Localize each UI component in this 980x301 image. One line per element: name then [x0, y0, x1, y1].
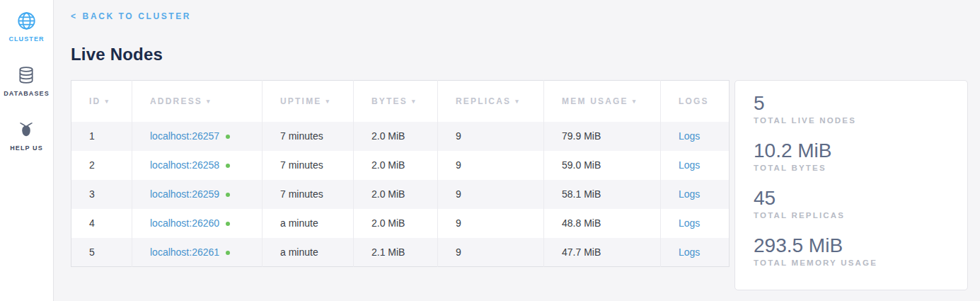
- node-live-status-dot: [226, 164, 230, 168]
- node-logs-link[interactable]: Logs: [679, 246, 700, 258]
- table-body: 1localhost:262577 minutes2.0 MiB979.9 Mi…: [71, 122, 730, 267]
- summary-stat-label: TOTAL BYTES: [754, 164, 949, 172]
- node-address-cell: localhost:26261: [132, 238, 263, 267]
- node-id-cell: 5: [71, 238, 132, 267]
- cockroach-icon: [17, 120, 36, 140]
- node-logs-link[interactable]: Logs: [679, 188, 700, 200]
- node-logs-link[interactable]: Logs: [679, 130, 700, 142]
- node-uptime-cell: a minute: [263, 209, 354, 238]
- node-address-link[interactable]: localhost:26257: [150, 130, 219, 142]
- node-bytes-cell: 2.1 MiB: [354, 238, 438, 267]
- node-bytes-cell: 2.0 MiB: [354, 180, 438, 209]
- summary-stat-label: TOTAL REPLICAS: [754, 211, 949, 220]
- back-to-cluster-link[interactable]: <BACK TO CLUSTER: [71, 11, 191, 21]
- summary-stat: 10.2 MiBTOTAL BYTES: [754, 139, 949, 172]
- summary-stat-value: 293.5 MiB: [754, 234, 949, 257]
- column-header-label: UPTIME: [280, 96, 322, 106]
- node-replicas-cell: 9: [438, 151, 544, 180]
- sidebar-item-help-us[interactable]: HELP US: [10, 120, 43, 152]
- node-uptime-cell: 7 minutes: [263, 180, 354, 209]
- node-mem-usage-cell: 48.8 MiB: [544, 209, 661, 238]
- column-header-replicas[interactable]: REPLICAS▾: [438, 81, 544, 122]
- column-header-label: ADDRESS: [150, 96, 202, 106]
- summary-stat-value: 45: [754, 186, 949, 210]
- node-bytes-cell: 2.0 MiB: [354, 122, 438, 151]
- node-mem-usage-cell: 79.9 MiB: [544, 122, 661, 151]
- node-logs-cell: Logs: [661, 151, 730, 180]
- node-live-status-dot: [226, 193, 230, 197]
- node-logs-link[interactable]: Logs: [679, 217, 700, 229]
- column-header-label: BYTES: [371, 96, 408, 106]
- sort-arrow-icon: ▾: [633, 98, 638, 105]
- node-row: 3localhost:262597 minutes2.0 MiB958.1 Mi…: [71, 180, 730, 209]
- node-id-cell: 1: [71, 122, 132, 151]
- node-uptime-cell: 7 minutes: [263, 151, 354, 180]
- node-address-cell: localhost:26259: [132, 180, 263, 209]
- column-header-address[interactable]: ADDRESS▾: [132, 81, 263, 122]
- node-logs-cell: Logs: [661, 122, 730, 151]
- sort-arrow-icon: ▾: [207, 98, 212, 105]
- summary-stat: 293.5 MiBTOTAL MEMORY USAGE: [754, 234, 949, 267]
- node-uptime-cell: 7 minutes: [263, 122, 354, 151]
- node-address-link[interactable]: localhost:26258: [150, 159, 219, 171]
- node-bytes-cell: 2.0 MiB: [354, 209, 438, 238]
- sidebar-item-cluster[interactable]: CLUSTER: [8, 11, 44, 42]
- node-address-link[interactable]: localhost:26261: [150, 246, 219, 258]
- node-id-cell: 4: [71, 209, 132, 238]
- content-row: ID▾ADDRESS▾UPTIME▾BYTES▾REPLICAS▾MEM USA…: [71, 80, 980, 290]
- table-header-row: ID▾ADDRESS▾UPTIME▾BYTES▾REPLICAS▾MEM USA…: [71, 81, 730, 122]
- summary-stat: 5TOTAL LIVE NODES: [754, 91, 949, 125]
- node-live-status-dot: [226, 135, 230, 139]
- sidebar: CLUSTER DATABASES HELP US: [0, 0, 54, 301]
- node-logs-cell: Logs: [661, 238, 730, 267]
- main-content: <BACK TO CLUSTER Live Nodes ID▾ADDRESS▾U…: [54, 0, 980, 301]
- summary-stat: 45TOTAL REPLICAS: [754, 186, 949, 220]
- column-header-uptime[interactable]: UPTIME▾: [263, 81, 354, 122]
- node-logs-link[interactable]: Logs: [679, 159, 700, 171]
- column-header-label: ID: [89, 96, 100, 106]
- sidebar-item-databases[interactable]: DATABASES: [4, 66, 50, 97]
- sort-arrow-icon: ▾: [515, 98, 520, 105]
- sort-arrow-icon: ▾: [105, 98, 110, 105]
- node-replicas-cell: 9: [438, 209, 544, 238]
- summary-stat-label: TOTAL LIVE NODES: [754, 116, 949, 125]
- databases-icon: [17, 66, 36, 85]
- node-logs-cell: Logs: [661, 180, 730, 209]
- node-address-cell: localhost:26258: [132, 151, 263, 180]
- node-bytes-cell: 2.0 MiB: [354, 151, 438, 180]
- node-replicas-cell: 9: [438, 238, 544, 267]
- column-header-id[interactable]: ID▾: [71, 81, 132, 122]
- node-replicas-cell: 9: [438, 180, 544, 209]
- node-logs-cell: Logs: [661, 209, 730, 238]
- back-link-label: BACK TO CLUSTER: [83, 11, 191, 21]
- node-row: 5localhost:26261a minute2.1 MiB947.7 MiB…: [71, 238, 730, 267]
- column-header-label: MEM USAGE: [562, 96, 628, 106]
- live-nodes-table: ID▾ADDRESS▾UPTIME▾BYTES▾REPLICAS▾MEM USA…: [71, 80, 730, 267]
- column-header-bytes[interactable]: BYTES▾: [354, 81, 438, 122]
- sidebar-item-label: HELP US: [10, 144, 43, 152]
- node-address-link[interactable]: localhost:26260: [150, 217, 219, 229]
- node-live-status-dot: [226, 251, 230, 255]
- sort-arrow-icon: ▾: [412, 98, 417, 105]
- node-replicas-cell: 9: [438, 122, 544, 151]
- node-row: 1localhost:262577 minutes2.0 MiB979.9 Mi…: [71, 122, 730, 151]
- summary-card: 5TOTAL LIVE NODES10.2 MiBTOTAL BYTES45TO…: [734, 80, 968, 290]
- node-uptime-cell: a minute: [263, 238, 354, 267]
- node-address-cell: localhost:26260: [132, 209, 263, 238]
- node-row: 2localhost:262587 minutes2.0 MiB959.0 Mi…: [71, 151, 730, 180]
- node-row: 4localhost:26260a minute2.0 MiB948.8 MiB…: [71, 209, 730, 238]
- column-header-mem-usage[interactable]: MEM USAGE▾: [544, 81, 661, 122]
- sidebar-item-label: CLUSTER: [8, 35, 44, 42]
- back-arrow-icon: <: [71, 11, 78, 21]
- summary-stat-value: 5: [754, 91, 949, 115]
- node-mem-usage-cell: 59.0 MiB: [544, 151, 661, 180]
- node-id-cell: 2: [71, 151, 132, 180]
- node-address-link[interactable]: localhost:26259: [150, 188, 219, 200]
- node-mem-usage-cell: 47.7 MiB: [544, 238, 661, 267]
- summary-stat-value: 10.2 MiB: [754, 139, 949, 162]
- node-live-status-dot: [226, 222, 230, 226]
- summary-stat-label: TOTAL MEMORY USAGE: [754, 259, 949, 267]
- column-header-label: REPLICAS: [456, 96, 511, 106]
- column-header-logs: LOGS: [661, 81, 730, 122]
- sort-arrow-icon: ▾: [326, 98, 331, 105]
